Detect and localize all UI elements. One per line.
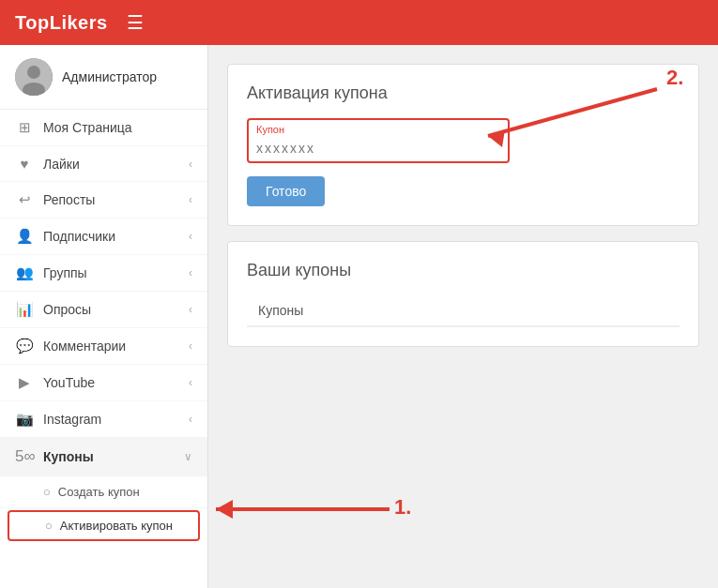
- chevron-right-icon: ‹: [189, 266, 192, 279]
- chevron-right-icon: ‹: [189, 413, 192, 426]
- app-title: TopLikers: [15, 12, 108, 34]
- sidebar-item-reposts[interactable]: ↩ Репосты ‹: [0, 182, 207, 219]
- sidebar-item-label: Опросы: [43, 302, 189, 317]
- sidebar-item-youtube[interactable]: ▶ YouTube ‹: [0, 365, 207, 401]
- chevron-right-icon: ‹: [189, 230, 192, 243]
- person-plus-icon: 👤: [15, 228, 34, 245]
- main-content: Активация купона Купон Готово Ваши купон…: [208, 45, 718, 588]
- youtube-icon: ▶: [15, 374, 34, 391]
- your-coupons-title: Ваши купоны: [247, 261, 680, 280]
- svg-point-1: [27, 66, 40, 79]
- coupon-input[interactable]: [256, 137, 500, 159]
- chevron-right-icon: ‹: [189, 339, 192, 353]
- chevron-down-icon: ∨: [184, 450, 192, 463]
- avatar: [15, 58, 53, 96]
- group-icon: 👥: [15, 264, 34, 281]
- sub-item-create-coupon[interactable]: ○ Создать купон: [0, 476, 207, 508]
- chevron-right-icon: ‹: [189, 158, 192, 171]
- sidebar-item-label: Instagram: [43, 412, 189, 427]
- sidebar-item-label: Группы: [43, 265, 189, 280]
- sidebar-item-label: Моя Страница: [43, 120, 192, 135]
- sidebar-item-groups[interactable]: 👥 Группы ‹: [0, 255, 207, 292]
- sidebar-item-polls[interactable]: 📊 Опросы ‹: [0, 292, 207, 328]
- sidebar-item-coupons[interactable]: 5∞ Купоны ∨: [0, 438, 207, 476]
- coupon-field-label: Купон: [256, 124, 500, 135]
- ready-button[interactable]: Готово: [247, 176, 325, 206]
- chevron-right-icon: ‹: [189, 376, 192, 389]
- sidebar: Администратор ⊞ Моя Страница ♥ Лайки ‹ ↩…: [0, 45, 208, 588]
- table-header-coupons: Купоны: [247, 295, 680, 326]
- sidebar-item-label: Репосты: [43, 192, 189, 207]
- your-coupons-card: Ваши купоны Купоны: [227, 241, 699, 347]
- sub-item-label: Активировать купон: [60, 519, 173, 533]
- grid-icon: ⊞: [15, 119, 34, 136]
- layout: Администратор ⊞ Моя Страница ♥ Лайки ‹ ↩…: [0, 45, 718, 588]
- hamburger-icon[interactable]: ☰: [127, 11, 144, 34]
- sidebar-item-instagram[interactable]: 📷 Instagram ‹: [0, 401, 207, 438]
- sidebar-item-my-page[interactable]: ⊞ Моя Страница: [0, 110, 207, 146]
- sidebar-item-label: Купоны: [43, 449, 184, 464]
- sidebar-item-likes[interactable]: ♥ Лайки ‹: [0, 146, 207, 182]
- chevron-right-icon: ‹: [189, 303, 192, 316]
- sidebar-item-label: Лайки: [43, 157, 189, 172]
- circle-icon: ○: [43, 485, 51, 499]
- sub-item-activate-coupon[interactable]: ○ Активировать купон: [8, 510, 200, 541]
- sidebar-item-label: YouTube: [43, 375, 189, 390]
- activate-coupon-card: Активация купона Купон Готово: [227, 64, 699, 226]
- header: TopLikers ☰: [0, 0, 718, 45]
- chart-icon: 📊: [15, 301, 34, 318]
- repost-icon: ↩: [15, 191, 34, 208]
- sidebar-item-label: Комментарии: [43, 339, 189, 354]
- user-section: Администратор: [0, 45, 207, 110]
- chevron-right-icon: ‹: [189, 193, 192, 206]
- activate-coupon-title: Активация купона: [247, 83, 680, 103]
- sidebar-item-subscribers[interactable]: 👤 Подписчики ‹: [0, 219, 207, 255]
- circle-icon: ○: [45, 519, 53, 533]
- heart-icon: ♥: [15, 156, 34, 172]
- sidebar-item-label: Подписчики: [43, 229, 189, 244]
- coupon-field-wrapper: Купон: [247, 118, 510, 163]
- sub-item-label: Создать купон: [58, 485, 140, 499]
- instagram-icon: 📷: [15, 411, 34, 428]
- username: Администратор: [62, 69, 157, 84]
- coupons-table: Купоны: [247, 295, 680, 327]
- coupon-icon: 5∞: [15, 447, 34, 466]
- comment-icon: 💬: [15, 338, 34, 354]
- avatar-image: [15, 58, 53, 96]
- sidebar-item-comments[interactable]: 💬 Комментарии ‹: [0, 328, 207, 365]
